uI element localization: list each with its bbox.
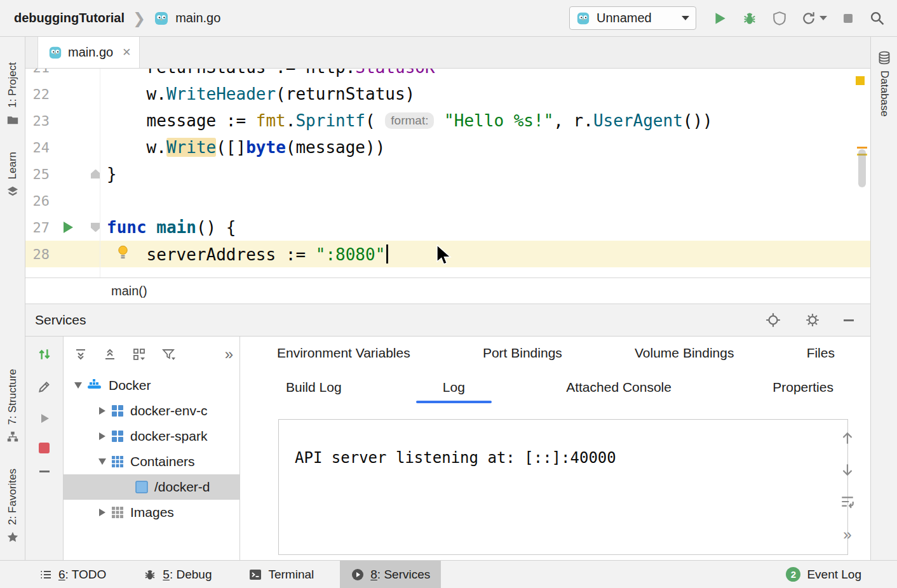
toolwindow-button-database[interactable]: Database <box>877 51 891 117</box>
breadcrumb-function[interactable]: main() <box>111 284 147 298</box>
code-line-25[interactable]: 25} <box>25 161 870 187</box>
folder-icon <box>6 114 19 126</box>
stop-container-icon[interactable] <box>39 443 50 453</box>
editor-gutter-cell: 21 <box>25 69 100 81</box>
editor-tab-main-go[interactable]: main.go ✕ <box>37 37 140 68</box>
scrollbar-caret-mark[interactable] <box>857 147 867 149</box>
code-line-21[interactable]: 21 returnStatus := http.StatusOK <box>25 69 870 81</box>
statusbar-terminal[interactable]: Terminal <box>238 561 325 588</box>
collapse-all-icon[interactable] <box>103 347 117 361</box>
statusbar-event-log[interactable]: 2 Event Log <box>786 561 861 588</box>
code-line-23[interactable]: 23 message := fmt.Sprintf( format: "Hell… <box>25 107 870 134</box>
chevron-down-icon[interactable] <box>70 382 86 389</box>
toolwindow-button-learn[interactable]: Learn <box>6 152 19 197</box>
editor-gutter-cell: 25 <box>25 161 100 187</box>
delete-icon[interactable] <box>39 471 50 472</box>
code-text[interactable]: w.Write([]byte(message)) <box>100 138 385 157</box>
filter-icon[interactable] <box>161 347 177 361</box>
search-everywhere-button[interactable] <box>869 10 886 27</box>
tab-build-log[interactable]: Build Log <box>278 370 349 405</box>
intention-bulb-icon[interactable] <box>118 244 128 264</box>
run-configuration-label: Unnamed <box>597 11 652 25</box>
fold-marker-icon[interactable] <box>91 223 100 232</box>
tab-environment-variables[interactable]: Environment Variables <box>269 337 418 370</box>
text-caret <box>386 244 388 264</box>
statusbar-services[interactable]: 8: Services <box>340 561 441 588</box>
more-actions-icon[interactable]: » <box>225 345 233 363</box>
scrollbar-warning-mark[interactable] <box>856 76 865 85</box>
tab-files[interactable]: Files <box>799 337 842 370</box>
tree-item-docker-d[interactable]: /docker-d <box>64 474 239 500</box>
images-icon <box>111 505 125 519</box>
tab-attached-console[interactable]: Attached Console <box>558 370 679 405</box>
container-log-output[interactable]: API server listening at: [::]:40000 <box>278 419 848 555</box>
fold-marker-icon[interactable] <box>91 170 100 179</box>
minimize-icon[interactable] <box>844 319 854 321</box>
statusbar-todo[interactable]: 6: TODO <box>28 561 117 588</box>
code-text[interactable]: serverAddress := ":8080" <box>100 244 388 264</box>
code-text[interactable]: returnStatus := http.StatusOK <box>100 69 435 77</box>
code-line-24[interactable]: 24 w.Write([]byte(message)) <box>25 134 870 161</box>
code-text[interactable]: message := fmt.Sprintf( format: "Hello %… <box>100 111 713 130</box>
code-text[interactable]: } <box>100 164 117 184</box>
chevron-right-icon[interactable] <box>94 509 111 516</box>
toolwindow-button-favorites[interactable]: 2: Favorites <box>6 469 19 544</box>
run-configuration-select[interactable]: Unnamed <box>569 6 696 30</box>
editor-gutter-cell: 26 <box>25 187 100 214</box>
statusbar-debug[interactable]: 5: Debug <box>132 561 222 588</box>
tab-properties[interactable]: Properties <box>765 370 841 405</box>
breadcrumb-file[interactable]: main.go <box>175 11 220 25</box>
toolwindow-button-structure[interactable]: 7: Structure <box>6 369 19 443</box>
debug-button[interactable] <box>741 10 758 27</box>
code-text[interactable]: func main() { <box>100 218 236 237</box>
tree-item-label: Docker <box>109 378 151 393</box>
tree-item-docker-env-c[interactable]: docker-env-c <box>64 398 239 424</box>
editor-tab-bar: main.go ✕ <box>25 37 870 69</box>
close-icon[interactable]: ✕ <box>122 46 131 59</box>
group-by-icon[interactable] <box>132 347 146 361</box>
run-button[interactable] <box>712 11 727 26</box>
gear-icon[interactable] <box>804 312 821 328</box>
editor-scrollbar[interactable] <box>858 149 866 187</box>
code-line-26[interactable]: 26 <box>25 187 870 214</box>
services-icon <box>351 568 365 582</box>
tree-item-docker-spark[interactable]: docker-spark <box>64 424 239 449</box>
toolwindow-label: 1: Project <box>6 62 19 108</box>
chevron-right-icon[interactable] <box>94 407 111 415</box>
tab-log[interactable]: Log <box>435 370 473 405</box>
editor-breadcrumb-bar: main() <box>25 277 870 304</box>
chevron-right-icon[interactable] <box>94 432 111 440</box>
arrow-down-icon[interactable] <box>840 462 855 478</box>
expand-all-icon[interactable] <box>74 347 88 361</box>
breadcrumb-project[interactable]: debuggingTutorial <box>14 11 125 25</box>
tree-item-images[interactable]: Images <box>64 500 239 525</box>
gopher-file-icon <box>154 11 169 26</box>
code-editor[interactable]: 21 returnStatus := http.StatusOK22 w.Wri… <box>25 69 870 277</box>
chevron-down-icon[interactable] <box>94 458 111 465</box>
more-actions-icon[interactable]: » <box>843 526 851 544</box>
target-icon[interactable] <box>765 312 781 328</box>
line-number: 21 <box>33 69 50 76</box>
stop-button[interactable] <box>841 11 855 25</box>
tree-item-containers[interactable]: Containers <box>64 449 239 474</box>
tab-volume-bindings[interactable]: Volume Bindings <box>627 337 741 370</box>
tree-item-docker[interactable]: Docker <box>64 373 239 398</box>
rerun-button[interactable] <box>801 11 827 26</box>
run-with-coverage-button[interactable] <box>772 11 787 26</box>
code-text[interactable]: w.WriteHeader(returnStatus) <box>100 84 415 104</box>
breadcrumb: debuggingTutorial ❯ main.go <box>14 10 220 27</box>
start-icon[interactable] <box>37 411 51 425</box>
edit-configuration-icon[interactable] <box>37 379 52 394</box>
toolwindow-button-project[interactable]: 1: Project <box>6 62 19 126</box>
code-line-22[interactable]: 22 w.WriteHeader(returnStatus) <box>25 81 870 107</box>
editor-gutter-cell: 28 <box>25 241 100 267</box>
code-line-28[interactable]: 28 serverAddress := ":8080" <box>25 241 870 267</box>
code-line-27[interactable]: 27func main() { <box>25 214 870 241</box>
tree-item-label: /docker-d <box>154 479 210 495</box>
soft-wrap-icon[interactable] <box>840 494 855 509</box>
arrow-up-icon[interactable] <box>840 431 855 446</box>
run-main-icon[interactable] <box>64 222 73 233</box>
tab-port-bindings[interactable]: Port Bindings <box>475 337 570 370</box>
docker-connect-icon[interactable] <box>37 347 52 362</box>
toolwindow-label: Learn <box>6 152 19 179</box>
